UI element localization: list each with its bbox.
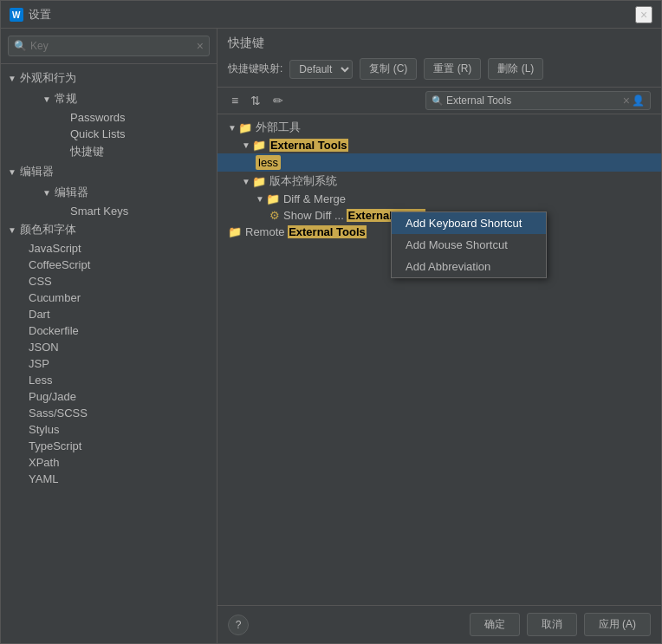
kt-external-tools-sub[interactable]: ▼ 📁 External Tools: [217, 137, 661, 153]
filter-search-icon: 🔍: [432, 95, 444, 107]
window-title: 设置: [29, 7, 635, 23]
panel-controls: 快捷键映射: Default 复制 (C) 重置 (R) 删除 (L): [228, 58, 651, 80]
sidebar: 🔍 × ▼ 外观和行为 ▼ 常规: [1, 29, 217, 643]
sidebar-item-javascript[interactable]: JavaScript: [1, 240, 217, 257]
close-button[interactable]: ×: [635, 6, 652, 23]
folder-icon: 📁: [266, 192, 280, 205]
search-clear-icon[interactable]: ×: [197, 39, 204, 53]
sidebar-group-general: ▼ 常规 Passwords Quick Lists 快捷键: [1, 88, 217, 161]
sidebar-item-pugjade[interactable]: Pug/Jade: [1, 388, 217, 405]
filter-button[interactable]: ≡: [228, 92, 242, 109]
sidebar-label-appearance: 外观和行为: [20, 70, 76, 86]
filter-search-wrapper: 🔍 × 👤: [425, 91, 651, 110]
filter-clear-icon[interactable]: ×: [623, 94, 630, 107]
sidebar-label-general: 常规: [55, 91, 77, 107]
arrow-icon: ▼: [242, 140, 250, 150]
bottom-bar: ? 确定 取消 应用 (A): [217, 605, 661, 643]
sidebar-label-quicklists: Quick Lists: [70, 127, 126, 140]
app-icon: W: [10, 8, 23, 22]
sidebar-group-editor-sub: ▼ 编辑器 Smart Keys: [1, 182, 217, 219]
arrow-icon: ▼: [256, 194, 264, 204]
sidebar-tree: ▼ 外观和行为 ▼ 常规 Passwords Quick Lists: [1, 64, 217, 643]
kt-vcs-group[interactable]: ▼ 📁 版本控制系统: [217, 172, 661, 191]
sidebar-label-shortcuts: 快捷键: [70, 145, 104, 158]
kt-label-vcs: 版本控制系统: [269, 173, 337, 189]
ok-button[interactable]: 确定: [470, 613, 520, 636]
panel-title: 快捷键: [228, 36, 651, 51]
kt-less-item[interactable]: less: [217, 153, 661, 172]
context-menu: Add Keyboard Shortcut Add Mouse Shortcut…: [391, 211, 547, 278]
copy-button[interactable]: 复制 (C): [360, 58, 417, 80]
arrow-icon: ▼: [8, 167, 16, 177]
sidebar-label-smartkeys: Smart Keys: [70, 205, 128, 218]
sidebar-group-colors: ▼ 颜色和字体 JavaScript CoffeeScript CSS Cucu…: [1, 219, 217, 487]
search-input[interactable]: [30, 40, 193, 52]
kt-label-external-tools-sub: External Tools: [269, 139, 348, 152]
arrow-icon: ▼: [42, 188, 51, 198]
highlight-remote: External Tools: [288, 225, 367, 238]
sidebar-item-general[interactable]: ▼ 常规: [22, 88, 217, 109]
sidebar-item-yaml[interactable]: YAML: [1, 471, 217, 487]
sidebar-item-dockerfile[interactable]: Dockerfile: [1, 322, 217, 339]
sidebar-item-passwords[interactable]: Passwords: [22, 109, 217, 126]
sidebar-item-xpath[interactable]: XPath: [1, 454, 217, 471]
settings-window: W 设置 × 🔍 × ▼ 外观和行为: [0, 0, 662, 644]
sidebar-item-quicklists[interactable]: Quick Lists: [22, 126, 217, 142]
sidebar-item-editor[interactable]: ▼ 编辑器: [1, 161, 217, 182]
sidebar-item-dart[interactable]: Dart: [1, 306, 217, 322]
cancel-button[interactable]: 取消: [527, 613, 577, 636]
search-wrapper: 🔍 ×: [8, 36, 210, 56]
main-content: 🔍 × ▼ 外观和行为 ▼ 常规: [1, 29, 661, 643]
sidebar-item-json[interactable]: JSON: [1, 339, 217, 355]
kt-label-external-tools-root: 外部工具: [256, 120, 301, 135]
sidebar-item-appearance[interactable]: ▼ 外观和行为: [1, 68, 217, 88]
sidebar-item-sassscss[interactable]: Sass/SCSS: [1, 405, 217, 421]
keymap-select[interactable]: Default: [289, 60, 353, 79]
delete-button[interactable]: 删除 (L): [488, 58, 543, 80]
folder-icon: 📁: [238, 121, 252, 134]
folder-icon: 📁: [252, 139, 266, 152]
sidebar-label-passwords: Passwords: [70, 111, 126, 124]
context-menu-add-mouse[interactable]: Add Mouse Shortcut: [392, 234, 546, 256]
reset-button[interactable]: 重置 (R): [424, 58, 481, 80]
sidebar-item-css[interactable]: CSS: [1, 273, 217, 289]
keymap-tree: ▼ 📁 外部工具 ▼ 📁 External Tools less Add Key…: [217, 114, 661, 605]
folder-icon: 📁: [252, 175, 266, 188]
sort-button[interactable]: ⇅: [247, 92, 264, 109]
sidebar-item-less[interactable]: Less: [1, 372, 217, 388]
sidebar-item-colors[interactable]: ▼ 颜色和字体: [1, 219, 217, 240]
arrow-icon: ▼: [242, 177, 250, 186]
context-menu-add-abbreviation[interactable]: Add Abbreviation: [392, 256, 546, 277]
right-panel: 快捷键 快捷键映射: Default 复制 (C) 重置 (R) 删除 (L) …: [217, 29, 661, 643]
toolbar-row: ≡ ⇅ ✏ 🔍 × 👤: [217, 88, 661, 114]
sidebar-item-smartkeys[interactable]: Smart Keys: [22, 203, 217, 219]
sidebar-item-jsp[interactable]: JSP: [1, 355, 217, 372]
kt-diffmerge-group[interactable]: ▼ 📁 Diff & Merge: [217, 191, 661, 207]
svg-text:W: W: [12, 10, 21, 20]
sidebar-item-coffeescript[interactable]: CoffeeScript: [1, 257, 217, 273]
search-box: 🔍 ×: [1, 29, 217, 64]
sidebar-label-colors: 颜色和字体: [20, 222, 76, 237]
edit-button[interactable]: ✏: [269, 92, 287, 109]
filter-user-icon[interactable]: 👤: [632, 94, 645, 107]
sidebar-item-shortcuts[interactable]: 快捷键: [22, 142, 217, 161]
sidebar-item-editor-sub[interactable]: ▼ 编辑器: [22, 182, 217, 203]
context-menu-add-keyboard[interactable]: Add Keyboard Shortcut: [392, 212, 546, 234]
arrow-icon: ▼: [228, 123, 237, 133]
highlight-external-tools: External Tools: [269, 139, 348, 152]
sidebar-group-editor: ▼ 编辑器 ▼ 编辑器 Smart Keys: [1, 161, 217, 219]
panel-header: 快捷键 快捷键映射: Default 复制 (C) 重置 (R) 删除 (L): [217, 29, 661, 88]
apply-button[interactable]: 应用 (A): [584, 613, 651, 636]
folder-icon: 📁: [228, 225, 242, 238]
sidebar-item-typescript[interactable]: TypeScript: [1, 438, 217, 454]
keymap-label: 快捷键映射:: [228, 62, 282, 76]
filter-input[interactable]: [446, 94, 621, 107]
sidebar-item-cucumber[interactable]: Cucumber: [1, 289, 217, 306]
search-icon: 🔍: [14, 40, 27, 52]
kt-icon-showdiff: ⚙: [269, 209, 280, 222]
sidebar-item-stylus[interactable]: Stylus: [1, 421, 217, 438]
kt-label-diffmerge: Diff & Merge: [283, 192, 346, 205]
kt-external-tools-root[interactable]: ▼ 📁 外部工具: [217, 118, 661, 137]
arrow-icon: ▼: [8, 74, 16, 83]
help-button[interactable]: ?: [228, 615, 249, 635]
